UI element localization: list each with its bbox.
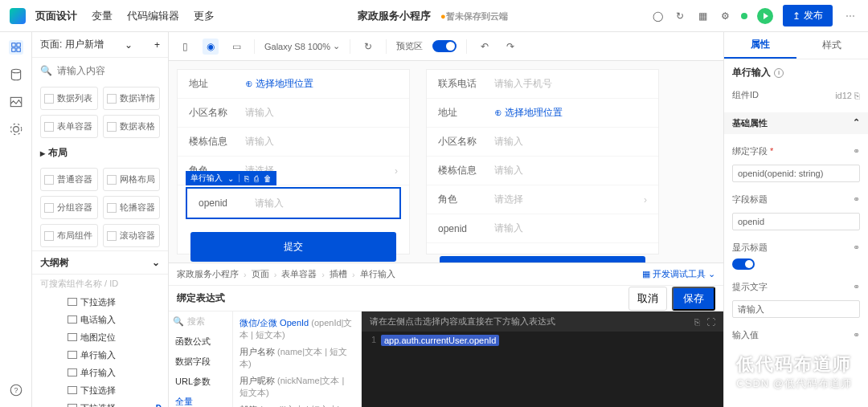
comp-normal-container[interactable]: 普通容器	[40, 168, 98, 191]
rail-data-icon[interactable]	[9, 67, 23, 82]
devtool-link[interactable]: ▦ 开发调试工具 ⌄	[642, 268, 715, 280]
bind-field-input[interactable]	[732, 165, 860, 182]
add-page-icon[interactable]: +	[154, 39, 160, 51]
selected-element[interactable]: openid请输入	[186, 187, 401, 219]
submit-button[interactable]: 提交	[190, 232, 396, 262]
comp-form-container[interactable]: 表单容器	[40, 115, 98, 138]
show-label-toggle[interactable]	[732, 258, 755, 270]
mobile-icon[interactable]: ▯	[177, 39, 193, 55]
code-editor[interactable]: 请在左侧点击选择内容或直接在下方输入表达式 ⎘⛶ 1app.auth.curre…	[362, 311, 723, 407]
tab-page-design[interactable]: 页面设计	[35, 9, 77, 23]
canvas-editor[interactable]: 地址⊕ 选择地理位置小区名称请输入楼栋信息请输入角色请选择› 单行输入⌄ ⎘ ⎙…	[177, 69, 410, 254]
copy-icon[interactable]: ⎘	[694, 317, 700, 327]
field-label-input[interactable]	[732, 213, 860, 230]
chevron-down-icon[interactable]: ⌄	[152, 257, 160, 268]
rail-help-icon[interactable]: ?	[9, 383, 23, 397]
grid-icon[interactable]: ▦	[696, 10, 709, 22]
link-icon[interactable]: ⚭	[853, 282, 860, 292]
comp-data-table[interactable]: 数据表格	[103, 115, 161, 138]
expr-var[interactable]: 用户名称 (name|文本 | 短文本)	[236, 344, 358, 372]
comp-grid-layout[interactable]: 网格布局	[103, 168, 161, 191]
publish-button[interactable]: ↥ 发布	[783, 5, 833, 26]
form-row[interactable]: 楼栋信息请输入	[427, 157, 658, 185]
svg-rect-0	[11, 43, 14, 47]
link-icon[interactable]: ⚭	[853, 330, 860, 340]
tree-item[interactable]: 单行输入	[32, 346, 168, 364]
comp-scroll-container[interactable]: 滚动容器	[103, 224, 161, 247]
svg-rect-2	[11, 48, 14, 51]
tree-item[interactable]: 下拉选择	[32, 293, 168, 311]
expr-var[interactable]: 用户昵称 (nickName|文本 | 短文本)	[236, 372, 358, 401]
mobile-icon-active[interactable]: ◉	[203, 39, 219, 55]
hint-text-input[interactable]	[732, 300, 860, 318]
form-row[interactable]: 小区名称请输入	[427, 128, 658, 157]
expr-tab[interactable]: 函数公式	[169, 332, 232, 352]
search-input[interactable]	[57, 65, 169, 76]
tree-item[interactable]: 下拉选择	[32, 381, 168, 399]
save-button[interactable]: 保存	[672, 287, 715, 311]
expr-tab[interactable]: URL参数	[169, 372, 232, 392]
preview-toggle[interactable]	[432, 40, 457, 52]
form-row[interactable]: 联系电话请输入手机号	[427, 70, 658, 99]
form-row[interactable]: openid请输入	[427, 214, 658, 243]
expr-tab[interactable]: 数据字段	[169, 352, 232, 372]
link-icon[interactable]: ⚭	[853, 194, 860, 205]
form-row[interactable]: 地址⊕ 选择地理位置	[178, 70, 409, 99]
link-icon[interactable]: ⚭	[853, 242, 860, 253]
link-icon[interactable]: ⚭	[853, 146, 860, 157]
expr-tab[interactable]: 全量	[169, 392, 232, 407]
desktop-icon[interactable]: ▭	[228, 39, 244, 55]
comp-layout-comp[interactable]: 布局组件	[40, 224, 98, 247]
cloud-status: ●暂未保存到云端	[440, 11, 508, 21]
submit-button[interactable]: 提交	[440, 256, 645, 263]
device-select[interactable]: Galaxy S8 100% ⌄	[264, 41, 340, 51]
tab-props[interactable]: 属性	[724, 32, 796, 59]
tab-more[interactable]: 更多	[194, 9, 215, 23]
info-icon[interactable]: i	[774, 68, 784, 78]
tree-item[interactable]: 电话输入	[32, 311, 168, 328]
tab-variables[interactable]: 变量	[92, 9, 113, 23]
tree-item[interactable]: 下拉选择D	[32, 399, 168, 407]
search-icon: 🔍	[40, 65, 52, 76]
help-icon[interactable]: ◯	[651, 10, 664, 22]
comp-group-container[interactable]: 分组容器	[40, 196, 98, 219]
tree-item[interactable]: 单行输入	[32, 364, 168, 381]
component-id[interactable]: id12 ⎘	[835, 91, 860, 100]
more-icon[interactable]: ⋯	[842, 7, 858, 25]
form-row[interactable]: 楼栋信息请输入	[178, 128, 409, 157]
comp-data-list[interactable]: 数据列表	[40, 87, 98, 110]
expr-var[interactable]: 微信/企微 OpenId (openId|文本 | 短文本)	[236, 315, 358, 344]
layout-heading[interactable]: ▸ 布局	[32, 141, 168, 165]
svg-rect-1	[16, 43, 19, 47]
comp-data-detail[interactable]: 数据详情	[103, 87, 161, 110]
tree-search-placeholder[interactable]: 可搜索组件名称 / ID	[32, 275, 168, 293]
settings-icon[interactable]: ⚙	[719, 10, 731, 22]
expr-var[interactable]: 邮箱 (email|文本 | 短文本)	[236, 401, 358, 407]
device-bar: ▯ ◉ ▭ Galaxy S8 100% ⌄ ↻ 预览区 ↶ ↷	[169, 32, 723, 61]
tree-item[interactable]: 地图定位	[32, 328, 168, 346]
copy-icon[interactable]: ⎘	[244, 174, 249, 183]
comp-carousel[interactable]: 轮播容器	[103, 196, 161, 219]
center-area: ▯ ◉ ▭ Galaxy S8 100% ⌄ ↻ 预览区 ↶ ↷ 地址⊕ 选择地…	[169, 32, 723, 407]
basic-section[interactable]: 基础属性⌃	[724, 112, 868, 134]
form-row[interactable]: 角色请选择›	[427, 185, 658, 214]
rail-components-icon[interactable]	[9, 40, 23, 55]
rail-image-icon[interactable]	[9, 95, 23, 109]
code-token[interactable]: app.auth.currentUser.openId	[381, 335, 499, 346]
redo-icon[interactable]: ↷	[502, 39, 518, 55]
page-selector[interactable]: 页面: 用户新增 ⌄ +	[32, 32, 168, 58]
history-icon[interactable]: ↻	[674, 10, 686, 22]
paste-icon[interactable]: ⎙	[254, 174, 259, 183]
fullscreen-icon[interactable]: ⛶	[706, 317, 715, 327]
undo-icon[interactable]: ↶	[477, 39, 493, 55]
refresh-icon[interactable]: ↻	[360, 39, 376, 55]
chevron-down-icon: ⌄	[227, 174, 234, 183]
form-row[interactable]: 地址⊕ 选择地理位置	[427, 99, 658, 128]
rail-settings-icon[interactable]	[9, 122, 23, 136]
tab-style[interactable]: 样式	[796, 32, 869, 59]
delete-icon[interactable]: 🗑	[264, 174, 272, 183]
cancel-button[interactable]: 取消	[628, 287, 667, 311]
form-row[interactable]: 小区名称请输入	[178, 99, 409, 128]
tab-code-editor[interactable]: 代码编辑器	[127, 9, 179, 23]
play-button[interactable]	[757, 8, 773, 24]
